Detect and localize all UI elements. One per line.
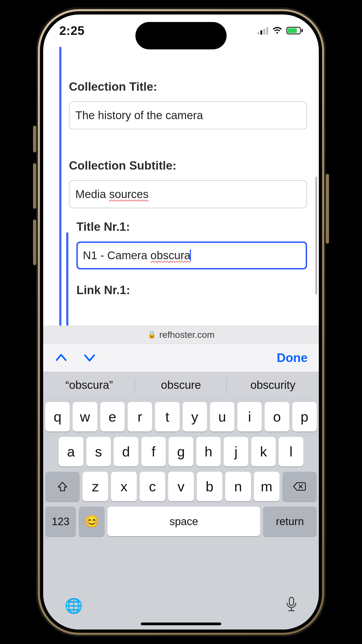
form-area[interactable]: Collection Title: The history of the cam… (43, 47, 319, 326)
key-q[interactable]: q (45, 402, 70, 431)
collection-title-input[interactable]: The history of the camera (69, 101, 307, 129)
address-domain: refhoster.com (159, 330, 215, 340)
svg-rect-0 (289, 597, 294, 605)
prev-field-button[interactable] (54, 351, 68, 364)
done-button[interactable]: Done (277, 350, 308, 365)
numbers-key[interactable]: 123 (45, 507, 76, 536)
text-caret (190, 250, 191, 261)
mute-switch (33, 126, 36, 152)
cellular-signal-icon (257, 27, 268, 35)
scroll-indicator (315, 177, 317, 295)
return-key[interactable]: return (263, 507, 317, 536)
key-g[interactable]: g (169, 437, 193, 466)
key-j[interactable]: j (224, 437, 248, 466)
key-s[interactable]: s (86, 437, 111, 466)
key-p[interactable]: p (292, 402, 317, 431)
side-button (326, 174, 329, 244)
key-o[interactable]: o (265, 402, 289, 431)
key-t[interactable]: t (155, 402, 179, 431)
keyboard-accessory: Done (43, 343, 319, 372)
suggestion-3[interactable]: obscurity (227, 372, 319, 398)
title-1-label: Title Nr.1: (76, 220, 307, 233)
key-f[interactable]: f (141, 437, 166, 466)
link-1-label: Link Nr.1: (76, 283, 307, 297)
home-indicator[interactable] (141, 623, 221, 625)
key-k[interactable]: k (251, 437, 276, 466)
title-1-input[interactable]: N1 - Camera obscura (76, 241, 307, 269)
volume-up-button (33, 163, 36, 209)
next-field-button[interactable] (83, 351, 96, 364)
battery-icon (286, 27, 303, 34)
key-l[interactable]: l (279, 437, 303, 466)
key-v[interactable]: v (168, 472, 194, 501)
key-e[interactable]: e (100, 402, 125, 431)
key-b[interactable]: b (197, 472, 222, 501)
space-key[interactable]: space (108, 507, 260, 536)
key-z[interactable]: z (83, 472, 108, 501)
key-m[interactable]: m (254, 472, 279, 501)
key-u[interactable]: u (210, 402, 234, 431)
key-d[interactable]: d (114, 437, 138, 466)
address-bar[interactable]: 🔒 refhoster.com (43, 326, 319, 343)
lock-icon: 🔒 (147, 331, 156, 339)
key-r[interactable]: r (128, 402, 152, 431)
accent-line-inner (66, 232, 68, 326)
key-y[interactable]: y (183, 402, 207, 431)
key-a[interactable]: a (59, 437, 83, 466)
collection-subtitle-label: Collection Subtitle: (69, 159, 307, 172)
globe-key[interactable]: 🌐 (65, 597, 83, 614)
dictation-key[interactable] (286, 597, 297, 614)
key-h[interactable]: h (196, 437, 221, 466)
accent-line-outer (59, 47, 61, 326)
phone-frame: 2:25 (36, 8, 326, 636)
collection-title-label: Collection Title: (69, 80, 307, 93)
collection-subtitle-input[interactable]: Media sources (69, 180, 307, 208)
volume-down-button (33, 219, 36, 265)
keyboard: q w e r t y u i o p a (43, 398, 319, 630)
dynamic-island (135, 22, 227, 49)
shift-key[interactable] (45, 472, 80, 501)
emoji-key[interactable]: 😊 (79, 507, 105, 536)
key-i[interactable]: i (237, 402, 262, 431)
key-n[interactable]: n (225, 472, 251, 501)
key-w[interactable]: w (73, 402, 97, 431)
screen: 2:25 (43, 14, 319, 630)
status-time: 2:25 (59, 23, 84, 38)
suggestion-bar: “obscura” obscure obscurity (43, 372, 319, 398)
backspace-key[interactable] (282, 472, 317, 501)
wifi-icon (272, 27, 283, 35)
suggestion-2[interactable]: obscure (135, 372, 227, 398)
key-c[interactable]: c (140, 472, 165, 501)
suggestion-1[interactable]: “obscura” (43, 372, 135, 398)
key-x[interactable]: x (111, 472, 136, 501)
